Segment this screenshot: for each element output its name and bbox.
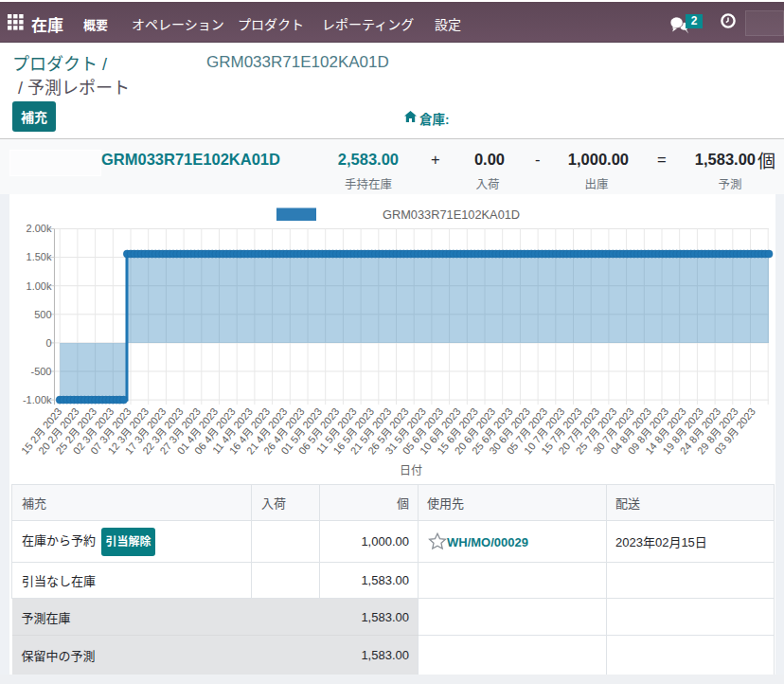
svg-text:-500: -500: [30, 366, 51, 377]
svg-text:日付: 日付: [400, 464, 422, 477]
svg-text:GRM033R71E102KA01D: GRM033R71E102KA01D: [383, 207, 520, 222]
svg-text:-1.00k: -1.00k: [23, 394, 52, 405]
svg-text:500: 500: [34, 309, 51, 320]
svg-text:0: 0: [45, 337, 51, 349]
svg-text:1.00k: 1.00k: [27, 280, 52, 292]
svg-text:1.50k: 1.50k: [27, 251, 52, 262]
svg-text:2.00k: 2.00k: [27, 223, 52, 234]
